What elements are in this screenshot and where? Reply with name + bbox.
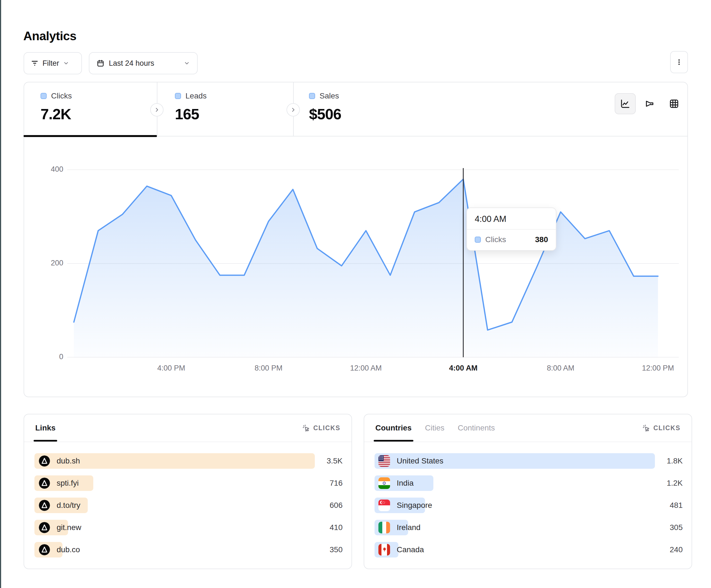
row-value: 606 <box>329 501 343 510</box>
row-label: d.to/try <box>57 501 81 510</box>
clicks-stat-label: Clicks <box>51 92 72 100</box>
table-view-button[interactable] <box>664 93 685 114</box>
chevron-down-icon <box>184 60 190 66</box>
kebab-menu-icon <box>675 59 683 66</box>
links-panel: Links CLICKS dub.sh3.5K spti.fyi716 d.to… <box>24 414 352 569</box>
row-value: 305 <box>670 523 683 532</box>
chevron-down-icon <box>63 60 69 66</box>
y-tick-label: 200 <box>30 259 63 267</box>
filter-button[interactable]: Filter <box>24 52 82 74</box>
chart-type-switcher <box>615 93 685 114</box>
countries-metric-label: CLICKS <box>653 424 681 432</box>
country-row-india[interactable]: India1.2K <box>374 475 683 491</box>
country-row-canada[interactable]: Canada240 <box>374 542 683 558</box>
clicks-stat-value: 7.2K <box>41 106 72 122</box>
tab-links-label: Links <box>35 424 56 432</box>
line-chart-icon <box>620 98 631 109</box>
stat-tab-sales[interactable]: Sales $506 <box>309 92 341 122</box>
link-row-dub-co[interactable]: dub.co350 <box>35 542 343 558</box>
active-stat-underline <box>24 135 157 137</box>
row-label: dub.sh <box>57 456 80 466</box>
cursor-click-icon <box>302 424 310 432</box>
expand-clicks-button[interactable] <box>150 103 164 116</box>
clicks-area-chart[interactable] <box>67 166 679 361</box>
row-label: dub.co <box>57 545 80 554</box>
row-label: Ireland <box>397 523 421 532</box>
country-row-united-states[interactable]: United States1.8K <box>374 453 683 469</box>
singapore-flag-icon <box>379 499 390 511</box>
row-value: 240 <box>670 545 683 554</box>
links-rows: dub.sh3.5K spti.fyi716 d.to/try606 git.n… <box>35 453 343 558</box>
ireland-flag-icon <box>379 522 390 533</box>
row-label: India <box>397 479 414 488</box>
date-range-button[interactable]: Last 24 hours <box>89 52 198 74</box>
x-tick-label: 8:00 AM <box>547 364 575 372</box>
x-tick-label: 12:00 AM <box>350 364 382 372</box>
dub-logo-icon <box>39 522 50 533</box>
calendar-icon <box>96 59 104 67</box>
link-row-spti-fyi[interactable]: spti.fyi716 <box>35 475 343 491</box>
chevron-right-icon <box>290 107 296 113</box>
leads-legend-square <box>175 93 181 99</box>
countries-panel: Countries Cities Continents CLICKS Unite… <box>364 414 692 569</box>
row-value: 3.5K <box>326 456 343 466</box>
sales-stat-value: $506 <box>309 106 341 122</box>
row-value: 716 <box>329 479 343 488</box>
tab-cities[interactable]: Cities <box>425 424 445 432</box>
countries-rows: United States1.8K India1.2K Singapore481… <box>374 453 683 558</box>
tooltip-legend-square <box>475 236 481 243</box>
row-label: spti.fyi <box>57 479 79 488</box>
row-value: 1.2K <box>667 479 683 488</box>
india-flag-icon <box>379 477 390 489</box>
sales-legend-square <box>309 93 315 99</box>
countries-metric-selector[interactable]: CLICKS <box>642 424 681 432</box>
chart-tooltip: 4:00 AM Clicks 380 <box>467 207 556 251</box>
tab-countries[interactable]: Countries <box>375 424 412 432</box>
dub-logo-icon <box>39 455 50 467</box>
row-label: United States <box>397 456 444 466</box>
dub-logo-icon <box>39 500 50 511</box>
united-states-flag-icon <box>379 455 390 467</box>
tab-links[interactable]: Links <box>35 424 56 432</box>
links-metric-selector[interactable]: CLICKS <box>302 424 340 432</box>
tab-countries-underline <box>374 440 413 442</box>
row-label: Canada <box>397 545 424 554</box>
tab-continents[interactable]: Continents <box>458 424 495 432</box>
cursor-click-icon <box>642 424 650 432</box>
funnel-chart-view-button[interactable] <box>639 93 660 114</box>
clicks-legend-square <box>41 93 47 99</box>
row-value: 350 <box>329 545 343 554</box>
tab-links-underline <box>34 440 57 442</box>
y-tick-label: 0 <box>30 353 63 361</box>
links-metric-label: CLICKS <box>313 424 340 432</box>
chevron-right-icon <box>154 107 159 113</box>
window-edge-strip <box>0 0 1 588</box>
filter-icon <box>31 59 39 67</box>
row-value: 1.8K <box>667 456 683 466</box>
link-row-dub-sh[interactable]: dub.sh3.5K <box>35 453 343 469</box>
x-tick-label: 4:00 AM <box>449 364 477 372</box>
x-tick-label: 4:00 PM <box>157 364 185 372</box>
row-label: git.new <box>57 523 81 532</box>
more-options-button[interactable] <box>670 51 688 73</box>
link-row-git-new[interactable]: git.new410 <box>35 520 343 535</box>
x-tick-label: 8:00 PM <box>255 364 283 372</box>
tab-continents-label: Continents <box>458 424 495 432</box>
funnel-chart-icon <box>644 98 655 109</box>
row-label: Singapore <box>397 501 432 510</box>
country-row-ireland[interactable]: Ireland305 <box>374 520 683 535</box>
table-grid-icon <box>669 98 680 109</box>
country-row-singapore[interactable]: Singapore481 <box>374 498 683 513</box>
sales-stat-label: Sales <box>320 92 339 100</box>
stat-tab-clicks[interactable]: Clicks 7.2K <box>41 92 72 122</box>
dub-logo-icon <box>39 544 50 555</box>
tab-cities-label: Cities <box>425 424 445 432</box>
stat-tab-leads[interactable]: Leads 165 <box>175 92 207 122</box>
tooltip-value: 380 <box>535 235 548 244</box>
page-title: Analytics <box>23 29 76 43</box>
expand-leads-button[interactable] <box>286 103 300 116</box>
link-row-d-to-try[interactable]: d.to/try606 <box>35 498 343 513</box>
filter-button-label: Filter <box>42 59 59 68</box>
line-chart-view-button[interactable] <box>615 93 636 114</box>
row-value: 481 <box>670 501 683 510</box>
